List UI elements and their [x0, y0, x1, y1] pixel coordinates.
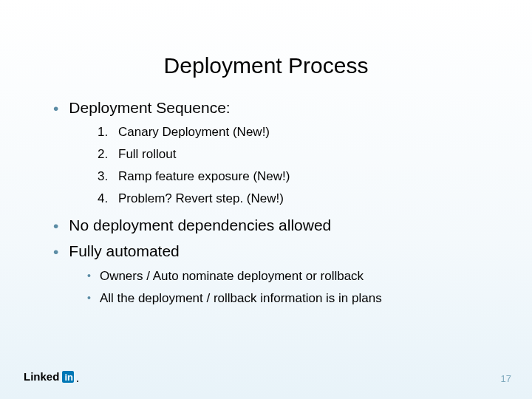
item-number: 1.	[98, 125, 118, 140]
numbered-list: 1. Canary Deployment (New!) 2. Full roll…	[53, 125, 488, 206]
bullet-dot-icon: •	[87, 291, 91, 306]
item-text: Ramp feature exposure (New!)	[118, 169, 290, 184]
bullet-text: No deployment dependencies allowed	[69, 216, 331, 234]
item-text: All the deployment / rollback informatio…	[100, 291, 382, 306]
list-item: • All the deployment / rollback informat…	[87, 291, 488, 306]
page-number: 17	[501, 373, 511, 384]
slide-content: • Deployment Sequence: 1. Canary Deploym…	[0, 99, 532, 306]
bullet-text: Fully automated	[69, 242, 179, 260]
list-item: • Owners / Auto nominate deployment or r…	[87, 269, 488, 284]
bullet-dot-icon: •	[53, 99, 58, 117]
svg-point-3	[77, 381, 78, 382]
bullet-dot-icon: •	[87, 269, 91, 284]
slide-title: Deployment Process	[0, 0, 532, 99]
bullet-item: • Fully automated	[53, 242, 488, 261]
slide: Deployment Process • Deployment Sequence…	[0, 0, 532, 399]
svg-text:in: in	[65, 372, 74, 383]
bullet-item: • No deployment dependencies allowed	[53, 216, 488, 235]
svg-text:Linked: Linked	[24, 370, 59, 383]
bullet-dot-icon: •	[53, 242, 58, 261]
item-text: Problem? Revert step. (New!)	[118, 191, 284, 206]
bullet-text: Deployment Sequence:	[69, 99, 230, 117]
linkedin-logo-icon: Linked in	[24, 369, 81, 384]
list-item: 3. Ramp feature exposure (New!)	[98, 169, 488, 184]
bullet-dot-icon: •	[53, 216, 58, 235]
list-item: 1. Canary Deployment (New!)	[98, 125, 488, 140]
list-item: 2. Full rollout	[98, 147, 488, 162]
item-text: Full rollout	[118, 147, 176, 162]
item-number: 3.	[98, 169, 118, 184]
list-item: 4. Problem? Revert step. (New!)	[98, 191, 488, 206]
bullet-item: • Deployment Sequence:	[53, 99, 488, 117]
item-number: 4.	[98, 191, 118, 206]
sub-bullet-list: • Owners / Auto nominate deployment or r…	[53, 269, 488, 306]
item-text: Canary Deployment (New!)	[118, 125, 270, 140]
item-number: 2.	[98, 147, 118, 162]
item-text: Owners / Auto nominate deployment or rol…	[100, 269, 364, 284]
